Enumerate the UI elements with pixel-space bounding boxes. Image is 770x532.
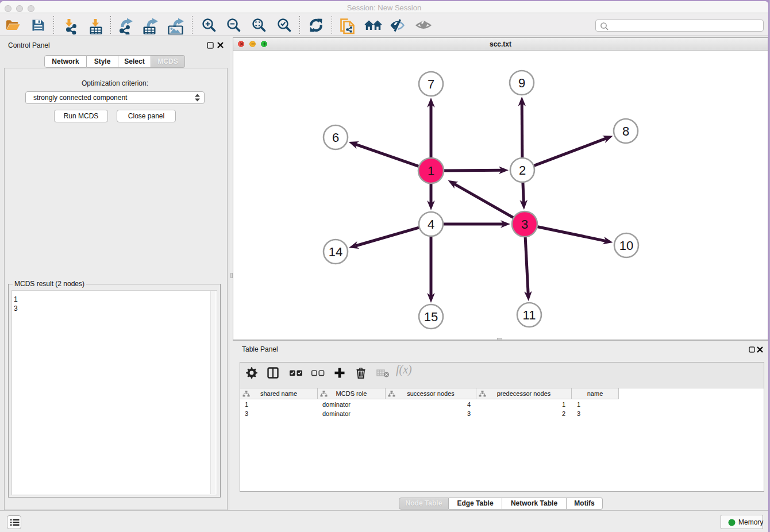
svg-text:6: 6 — [332, 130, 339, 145]
svg-text:14: 14 — [329, 245, 342, 259]
svg-text:2: 2 — [519, 163, 526, 178]
svg-text:3: 3 — [521, 217, 528, 232]
svg-text:1: 1 — [428, 164, 434, 178]
svg-text:7: 7 — [428, 77, 434, 91]
svg-text:4: 4 — [428, 217, 434, 232]
svg-text:11: 11 — [523, 308, 536, 322]
svg-text:9: 9 — [518, 76, 525, 90]
svg-text:8: 8 — [622, 124, 629, 138]
svg-text:15: 15 — [424, 310, 438, 324]
svg-text:10: 10 — [619, 238, 633, 253]
